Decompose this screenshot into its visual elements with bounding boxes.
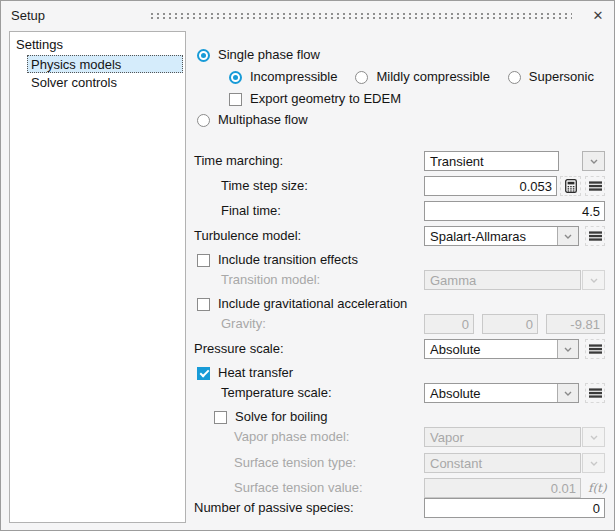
row-gravity: Gravity: [194, 314, 606, 334]
pressure-scale-select[interactable]: Absolute [424, 339, 579, 359]
row-include-transition: Include transition effects [197, 252, 358, 268]
single-phase-radio[interactable] [197, 49, 210, 62]
final-time-input[interactable] [424, 201, 605, 221]
export-edem-option: Export geometry to EDEM [229, 91, 401, 107]
row-surface-tension-type: Surface tension type: Constant [194, 453, 606, 473]
incompressible-radio[interactable] [229, 71, 242, 84]
compressibility-options: Incompressible Mildly compressible Super… [229, 69, 594, 85]
row-pressure-scale: Pressure scale: Absolute [194, 339, 606, 359]
supersonic-radio[interactable] [508, 71, 521, 84]
row-include-gravity: Include gravitational acceleration [197, 296, 407, 312]
time-step-size-label: Time step size: [221, 176, 308, 196]
chevron-down-icon[interactable] [557, 227, 578, 245]
tree-item-physics-models[interactable]: Physics models [27, 55, 183, 73]
vapor-phase-model-select: Vapor [424, 427, 581, 447]
mildly-compressible-radio[interactable] [355, 71, 368, 84]
physics-models-form: Single phase flow Incompressible Mildly … [194, 1, 608, 531]
row-transition-model: Transition model: Gamma [194, 270, 606, 290]
single-phase-flow-option: Single phase flow [197, 47, 320, 63]
gravity-y-input [482, 314, 538, 334]
transition-model-chevron-down-icon [582, 270, 605, 290]
gravity-x-input [424, 314, 474, 334]
settings-tree: Settings Physics models Solver controls [9, 31, 186, 523]
surface-tension-chevron-down-icon [582, 453, 605, 473]
tree-root-settings[interactable]: Settings [10, 35, 185, 55]
surface-tension-type-select: Constant [424, 453, 581, 473]
time-step-size-input[interactable] [424, 176, 557, 196]
include-transition-checkbox[interactable] [197, 254, 210, 267]
setup-panel: Setup ✕ Settings Physics models Solver c… [0, 0, 615, 531]
row-vapor-phase-model: Vapor phase model: Vapor [194, 427, 606, 447]
pressure-menu-icon[interactable] [585, 339, 605, 359]
mildly-compressible-label[interactable]: Mildly compressible [376, 69, 489, 85]
row-time-step-size: Time step size: [194, 176, 606, 196]
pressure-scale-label: Pressure scale: [194, 339, 284, 359]
row-time-marching: Time marching: Transient [194, 151, 606, 171]
incompressible-label[interactable]: Incompressible [250, 69, 337, 85]
row-turbulence-model: Turbulence model: Spalart-Allmaras [194, 226, 606, 246]
surface-tension-value-input [424, 478, 581, 498]
chevron-down-icon[interactable] [557, 340, 578, 358]
panel-title: Setup [11, 8, 45, 23]
time-marching-label: Time marching: [194, 151, 283, 171]
gravity-z-input [546, 314, 605, 334]
heat-transfer-checkbox[interactable] [197, 367, 210, 380]
solve-boiling-checkbox[interactable] [214, 411, 227, 424]
vapor-phase-model-label: Vapor phase model: [234, 427, 349, 447]
time-step-menu-icon[interactable] [585, 176, 605, 196]
row-final-time: Final time: [194, 201, 606, 221]
passive-species-label: Number of passive species: [194, 498, 354, 518]
turbulence-model-label: Turbulence model: [194, 226, 301, 246]
chevron-down-icon[interactable] [557, 384, 578, 402]
tree-item-solver-controls[interactable]: Solver controls [27, 73, 183, 91]
row-temperature-scale: Temperature scale: Absolute [194, 383, 606, 403]
transition-model-label: Transition model: [221, 270, 320, 290]
row-passive-species: Number of passive species: [194, 498, 606, 518]
time-marching-chevron-down-icon[interactable] [582, 151, 605, 171]
multiphase-radio[interactable] [197, 114, 210, 127]
temperature-menu-icon[interactable] [585, 383, 605, 403]
include-gravity-label[interactable]: Include gravitational acceleration [218, 296, 407, 312]
multiphase-label[interactable]: Multiphase flow [218, 112, 308, 128]
supersonic-label[interactable]: Supersonic [529, 69, 594, 85]
turbulence-model-select[interactable]: Spalart-Allmaras [424, 226, 579, 246]
multiphase-flow-option: Multiphase flow [197, 112, 308, 128]
export-edem-checkbox[interactable] [229, 93, 242, 106]
solve-boiling-label[interactable]: Solve for boiling [235, 409, 328, 425]
surface-tension-type-label: Surface tension type: [234, 453, 356, 473]
include-transition-label[interactable]: Include transition effects [218, 252, 358, 268]
single-phase-label[interactable]: Single phase flow [218, 47, 320, 63]
row-surface-tension-value: Surface tension value: f(t) [194, 478, 606, 498]
turbulence-menu-icon[interactable] [585, 226, 605, 246]
temperature-scale-label: Temperature scale: [221, 383, 332, 403]
function-of-time-icon: f(t) [588, 478, 607, 498]
gravity-label: Gravity: [221, 314, 266, 334]
include-gravity-checkbox[interactable] [197, 298, 210, 311]
surface-tension-value-label: Surface tension value: [234, 478, 363, 498]
final-time-label: Final time: [221, 201, 281, 221]
row-heat-transfer: Heat transfer [197, 365, 293, 381]
passive-species-input[interactable] [424, 498, 605, 518]
heat-transfer-label[interactable]: Heat transfer [218, 365, 293, 381]
calculator-icon[interactable] [560, 176, 581, 196]
row-solve-boiling: Solve for boiling [214, 409, 328, 425]
transition-model-select: Gamma [424, 270, 581, 290]
export-edem-label[interactable]: Export geometry to EDEM [250, 91, 401, 107]
temperature-scale-select[interactable]: Absolute [424, 383, 579, 403]
time-marching-select[interactable]: Transient [424, 151, 559, 171]
vapor-phase-chevron-down-icon [582, 427, 605, 447]
